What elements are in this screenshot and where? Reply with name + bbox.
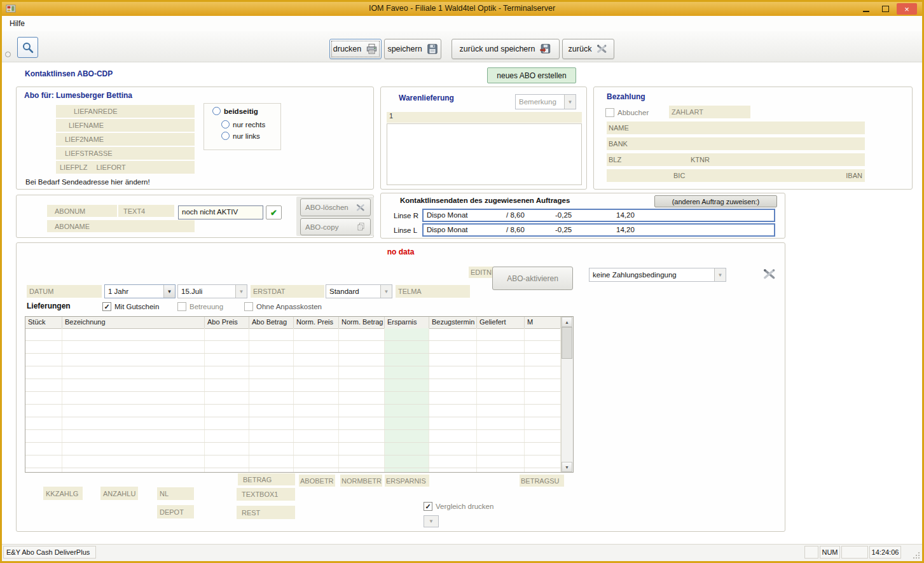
liefname-field[interactable]: LIEFNAME xyxy=(56,119,195,132)
table-header-cell[interactable]: Ersparnis xyxy=(385,317,429,328)
table-header-cell[interactable]: Norm. Betrag xyxy=(339,317,385,328)
zahlungsbedingung-combo[interactable]: keine Zahlungsbedingung ▼ xyxy=(589,268,726,282)
table-row[interactable] xyxy=(25,443,562,455)
aboname-field[interactable]: ABONAME xyxy=(47,220,195,232)
table-header-cell[interactable]: Norm. Preis xyxy=(294,317,339,328)
zahlart-field[interactable]: ZAHLART xyxy=(669,106,750,118)
depot-field[interactable]: DEPOT xyxy=(157,505,194,518)
search-button[interactable] xyxy=(17,37,38,58)
scroll-up-icon[interactable]: ▲ xyxy=(562,317,572,327)
betrag-field[interactable]: BETRAG xyxy=(238,473,295,485)
normbetr-field[interactable]: NORMBETR xyxy=(340,475,382,487)
warenlieferung-textarea[interactable] xyxy=(387,123,582,185)
radio-beidseitig-label: beidseitig xyxy=(224,108,258,115)
confirm-check-button[interactable]: ✔ xyxy=(266,205,282,219)
ohne-anpasskosten-checkbox[interactable]: Ohne Anpasskosten xyxy=(244,302,322,311)
radio-nur-links[interactable]: nur links xyxy=(221,132,260,140)
table-row[interactable] xyxy=(25,430,562,443)
radio-beidseitig-circle xyxy=(212,107,221,115)
resize-grip[interactable] xyxy=(913,552,921,560)
abobetr-field[interactable]: ABOBETR xyxy=(299,475,335,487)
warenlieferung-panel: Warenlieferung Bemerkung ▼ 1 xyxy=(380,87,587,190)
anzahlu-field[interactable]: ANZAHLU xyxy=(100,487,138,500)
erstdat-field[interactable]: ERSTDAT xyxy=(251,285,324,298)
startmonat-combo[interactable]: 15.Juli ▼ xyxy=(177,284,247,298)
betreuung-checkbox[interactable]: Betreuung xyxy=(177,302,223,311)
table-header-cell[interactable]: Abo Betrag xyxy=(249,317,294,328)
lief2name-field[interactable]: LIEF2NAME xyxy=(56,133,195,146)
blz-ktnr-field[interactable]: BLZ KTNR xyxy=(607,153,865,166)
table-row[interactable] xyxy=(25,328,562,341)
mit-gutschein-checkbox[interactable]: ✓ Mit Gutschein xyxy=(102,302,159,311)
table-row[interactable] xyxy=(25,417,562,430)
speichern-button[interactable]: speichern xyxy=(384,39,441,59)
text4-field[interactable]: TEXT4 xyxy=(118,205,174,217)
table-header-cell[interactable]: Bezeichnung xyxy=(62,317,205,328)
name-field[interactable]: NAME xyxy=(607,122,865,134)
table-row[interactable] xyxy=(25,379,562,392)
menu-item-hilfe[interactable]: Hilfe xyxy=(7,18,27,29)
ktnr-label: KTNR xyxy=(691,156,710,163)
ersparnis-field[interactable]: ERSPARNIS xyxy=(385,475,429,487)
linse-r-field[interactable]: Dispo Monat / 8,60 -0,25 14,20 xyxy=(422,209,775,222)
scroll-down-icon[interactable]: ▼ xyxy=(562,462,572,472)
table-row[interactable] xyxy=(25,405,562,417)
abo-aktivieren-button[interactable]: ABO-aktivieren xyxy=(492,267,573,290)
table-header-cell[interactable]: Stück xyxy=(25,317,62,328)
table-cell xyxy=(429,366,477,379)
bemerkung-combo[interactable]: Bemerkung ▼ xyxy=(515,94,576,109)
bic-iban-field[interactable]: BIC IBAN xyxy=(607,169,865,182)
anderen-auftrag-button[interactable]: (anderen Auftrag zuweisen:) xyxy=(654,195,777,207)
table-row[interactable] xyxy=(25,455,562,468)
neues-abo-button[interactable]: neues ABO erstellen xyxy=(487,67,576,83)
ohne-anpasskosten-box xyxy=(244,302,253,311)
minimize-button[interactable] xyxy=(857,3,875,15)
abonum-field[interactable]: ABONUM xyxy=(47,205,117,217)
kkzahlg-field[interactable]: KKZAHLG xyxy=(43,487,83,500)
nl-field[interactable]: NL xyxy=(157,487,194,500)
liefanrede-field[interactable]: LIEFANREDE xyxy=(56,105,195,118)
close-button[interactable]: × xyxy=(897,3,917,15)
liefstrasse-field[interactable]: LIEFSTRASSE xyxy=(56,147,195,160)
table-row[interactable] xyxy=(25,392,562,405)
rest-field[interactable]: REST xyxy=(237,506,295,519)
textbox1-field[interactable]: TEXTBOX1 xyxy=(237,488,295,501)
datum-field[interactable]: DATUM xyxy=(27,285,102,298)
table-cell xyxy=(385,328,429,340)
radio-nur-rechts[interactable]: nur rechts xyxy=(221,120,265,129)
abbucher-checkbox[interactable]: Abbucher xyxy=(605,108,649,117)
abbucher-label: Abbucher xyxy=(617,109,649,116)
radio-beidseitig[interactable]: beidseitig xyxy=(212,107,258,115)
editnr-field[interactable]: EDITNR xyxy=(469,267,493,278)
table-header-cell[interactable]: M xyxy=(525,317,561,328)
telma-field[interactable]: TELMA xyxy=(396,285,470,298)
linse-l-label: Linse L xyxy=(394,226,417,234)
table-header-cell[interactable]: Bezugstermin xyxy=(429,317,477,328)
betragsu-field[interactable]: BETRAGSU xyxy=(520,475,564,487)
laufzeit-combo[interactable]: 1 Jahr ▼ xyxy=(104,284,176,298)
table-scrollbar[interactable]: ▲ ▼ xyxy=(561,317,573,472)
radio-nur-rechts-circle xyxy=(221,120,230,129)
table-row[interactable] xyxy=(25,468,562,472)
vergleich-drucken-checkbox[interactable]: ✓ Vergleich drucken xyxy=(424,502,493,511)
variante-combo[interactable]: Standard ▼ xyxy=(326,284,392,298)
abo-copy-button[interactable]: ABO-copy xyxy=(300,218,371,235)
liefplz-liefort-field[interactable]: LIEFPLZ LIEFORT xyxy=(56,161,195,174)
table-header-cell[interactable]: Abo Preis xyxy=(205,317,249,328)
zurueck-button[interactable]: zurück xyxy=(562,39,614,59)
abo-status-field[interactable]: noch nicht AKTIV xyxy=(178,205,263,219)
table-row[interactable] xyxy=(25,341,562,354)
table-row[interactable] xyxy=(25,366,562,379)
zahlung-cross-icon[interactable] xyxy=(762,267,777,281)
abo-loeschen-button[interactable]: ABO-löschen xyxy=(300,198,371,216)
summen-mini-combo[interactable]: ▼ xyxy=(424,515,439,527)
table-row[interactable] xyxy=(25,354,562,366)
linse-l-field[interactable]: Dispo Monat / 8,60 -0,25 14,20 xyxy=(422,223,775,237)
bank-field[interactable]: BANK xyxy=(607,137,865,150)
maximize-button[interactable] xyxy=(876,3,894,15)
zurueck-und-speichern-button[interactable]: zurück und speichern xyxy=(452,39,560,59)
table-header-cell[interactable]: Geliefert xyxy=(477,317,525,328)
scrollbar-thumb[interactable] xyxy=(562,327,572,359)
drucken-button[interactable]: drucken xyxy=(329,39,382,59)
radio-nur-rechts-label: nur rechts xyxy=(233,121,265,129)
